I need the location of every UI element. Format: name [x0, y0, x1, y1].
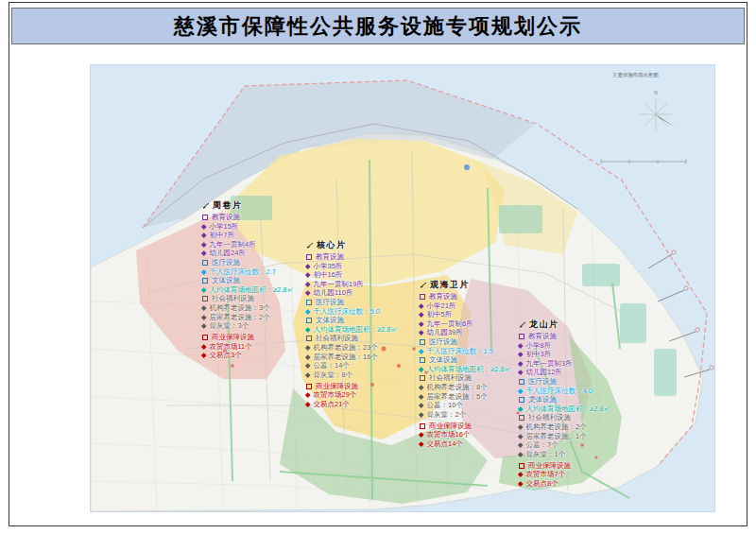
category-bullet-icon: [202, 278, 208, 284]
facility-row: 九年一贯制6所: [420, 319, 511, 329]
facility-row: 机构养老设施：23个: [306, 343, 398, 353]
category-bullet-icon: [306, 254, 312, 260]
facility-label: 九年一贯制3所: [526, 359, 573, 369]
facility-label: 商业保障设施: [528, 461, 571, 471]
facility-row: 初中5所: [420, 310, 511, 319]
facility-row: 公墓：7个: [519, 440, 610, 450]
item-bullet-icon: [305, 327, 310, 332]
facility-row: 公墓：14个: [306, 361, 398, 370]
facility-row: 小学15所: [202, 222, 294, 232]
item-bullet-icon: [305, 372, 310, 377]
facility-label: 医疗设施: [429, 337, 457, 347]
facility-label: 教育设施: [212, 213, 240, 222]
district-header: 周巷片: [202, 198, 294, 213]
facility-row: 人均体育场地面积：≥2.8㎡: [202, 285, 294, 295]
facility-label: 公墓：14个: [314, 361, 350, 370]
facility-row: 交易点14个: [420, 439, 511, 449]
facility-row: 文体设施: [202, 276, 294, 285]
facility-label: 机构养老设施：3个: [210, 303, 270, 313]
category-bullet-icon: [306, 318, 312, 323]
facility-label: 交易点14个: [427, 439, 463, 449]
facility-label: 机构养老设施：2个: [526, 422, 587, 432]
facility-label: 千人医疗床位数：5.0: [314, 307, 380, 317]
district-header: 观海卫片: [420, 277, 511, 292]
item-bullet-icon: [518, 452, 523, 456]
item-bullet-icon: [201, 353, 206, 358]
category-bullet-icon: [202, 335, 208, 340]
facility-row: 千人医疗床位数：5.0: [306, 307, 398, 317]
facility-label: 社会福利设施: [212, 294, 254, 303]
facility-row: 交易点8个: [519, 479, 610, 489]
facility-label: 商业保障设施: [429, 422, 472, 431]
facility-row: 小学21所: [420, 301, 511, 311]
facility-row: 初中3所: [519, 350, 610, 359]
facility-label: 医疗设施: [316, 298, 344, 307]
facility-label: 骨灰堂：3个: [210, 321, 249, 331]
facility-row: 骨灰堂：2个: [420, 410, 511, 420]
facility-label: 千人医疗床位数：4.0: [526, 387, 593, 396]
item-bullet-icon: [419, 385, 423, 389]
facility-label: 交易点21个: [314, 400, 350, 409]
facility-label: 交易点8个: [526, 479, 558, 489]
facility-row: 公墓：10个: [420, 401, 511, 410]
bridge-landmark-icon: [464, 164, 470, 170]
item-bullet-icon: [419, 303, 423, 308]
facility-label: 医疗设施: [528, 377, 557, 387]
facility-row: 千人医疗床位数：4.0: [519, 387, 610, 396]
facility-label: 医疗设施: [212, 258, 240, 267]
facility-label: 机构养老设施：23个: [314, 343, 378, 353]
facility-label: 公墓：10个: [427, 401, 463, 410]
facility-label: 小学21所: [427, 301, 456, 311]
facility-label: 机构养老设施：8个: [427, 383, 488, 392]
facility-row: 社会福利设施: [202, 294, 294, 303]
facility-row: 居家养老设施：2个: [202, 313, 294, 322]
facility-label: 农贸市场7个: [526, 470, 566, 479]
facility-label: 居家养老设施：16个: [314, 353, 378, 362]
facility-row: 教育设施: [202, 213, 294, 222]
category-bullet-icon: [420, 357, 425, 363]
district-leader-icon: [420, 281, 427, 288]
item-bullet-icon: [305, 354, 310, 359]
facility-label: 居家养老设施：5个: [427, 392, 488, 402]
item-bullet-icon: [518, 353, 523, 357]
item-bullet-icon: [419, 349, 423, 353]
facility-label: 九年一贯制6所: [427, 319, 473, 329]
facility-row: 幼儿园39所: [420, 328, 511, 337]
facility-row: 农贸市场11个: [202, 342, 294, 352]
facility-row: 农贸市场16个: [420, 430, 511, 439]
facility-label: 初中7所: [210, 231, 235, 240]
category-bullet-icon: [420, 339, 425, 345]
facility-label: 公墓：7个: [526, 440, 558, 450]
facility-label: 农贸市场11个: [210, 342, 252, 352]
item-bullet-icon: [419, 441, 423, 446]
facility-label: 教育设施: [429, 292, 457, 301]
facility-label: 农贸市场16个: [427, 430, 471, 439]
facility-row: 社会福利设施: [420, 373, 511, 383]
district-name: 龙山片: [529, 319, 559, 331]
facility-row: 九年一贯制3所: [519, 359, 610, 369]
facility-row: 社会福利设施: [306, 334, 398, 343]
item-bullet-icon: [518, 388, 523, 393]
category-bullet-icon: [519, 379, 524, 385]
item-bullet-icon: [201, 315, 206, 319]
facility-row: 千人医疗床位数：2.7: [202, 267, 294, 277]
district-leader-icon: [519, 320, 526, 328]
facility-label: 文体设施: [429, 355, 457, 365]
facility-row: 农贸市场7个: [519, 470, 610, 479]
facility-row: 商业保障设施: [420, 422, 511, 431]
category-bullet-icon: [202, 260, 208, 266]
item-bullet-icon: [201, 287, 206, 292]
item-bullet-icon: [305, 282, 310, 286]
facility-row: 幼儿园24所: [202, 249, 294, 258]
district-facility-list: 教育设施小学8所初中3所九年一贯制3所幼儿园12所医疗设施千人医疗床位数：4.0…: [519, 332, 610, 489]
district-name: 核心片: [317, 239, 347, 251]
item-bullet-icon: [305, 393, 310, 398]
facility-row: 人均体育场地面积：≥2.8㎡: [306, 325, 398, 335]
facility-row: 商业保障设施: [519, 461, 610, 471]
facility-row: 教育设施: [420, 292, 511, 301]
facility-row: 文体设施: [519, 395, 610, 405]
item-bullet-icon: [201, 233, 206, 238]
facility-row: 人均体育场地面积：≥2.8㎡: [519, 405, 610, 414]
facility-label: 幼儿园110所: [314, 288, 353, 298]
item-bullet-icon: [201, 305, 206, 310]
